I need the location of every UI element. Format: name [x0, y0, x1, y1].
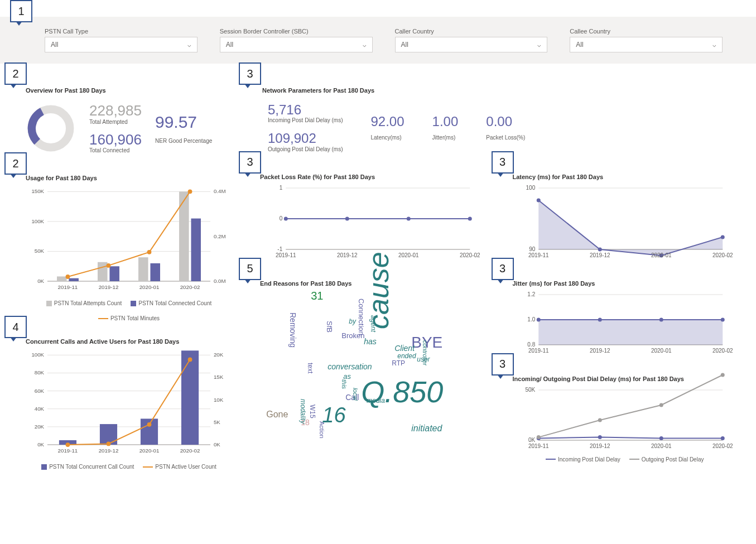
wordcloud-word: W15	[309, 405, 316, 418]
filter-select-sbc[interactable]: All ⌵	[220, 37, 373, 52]
svg-text:2019-12: 2019-12	[99, 284, 119, 290]
svg-text:150K: 150K	[31, 188, 44, 194]
latency-label: Latency(ms)	[371, 134, 405, 141]
filter-select-callee-country[interactable]: All ⌵	[570, 37, 723, 52]
svg-point-113	[536, 435, 540, 439]
filter-select-caller-country[interactable]: All ⌵	[395, 37, 548, 52]
wordcloud-word: media	[367, 397, 385, 404]
svg-text:2020-02: 2020-02	[180, 447, 200, 454]
pdd-chart-card: 3 Incoming/ Outgoing Post Dial Delay (ms…	[498, 369, 745, 467]
svg-point-112	[720, 436, 724, 440]
svg-point-58	[188, 358, 192, 362]
wordcloud-word: RTP	[392, 360, 405, 367]
svg-text:2019-12: 2019-12	[589, 443, 610, 449]
concurrent-legend: PSTN Total Concurrent Call Count PSTN Ac…	[26, 461, 232, 470]
svg-point-97	[598, 317, 601, 321]
wordcloud-word: Gone	[266, 410, 288, 419]
filter-value: All	[226, 41, 233, 49]
svg-text:20K: 20K	[35, 423, 45, 430]
svg-point-67	[345, 216, 349, 220]
svg-point-69	[468, 216, 472, 220]
total-attempted-label: Total Attempted	[89, 119, 142, 125]
svg-marker-95	[538, 320, 723, 345]
card-title: Network Parameters for Past 180 Days	[262, 87, 737, 94]
wordcloud-word: agent	[370, 315, 377, 332]
total-connected-label: Total Connected	[89, 147, 142, 153]
wordcloud-word: local	[352, 388, 358, 401]
svg-point-116	[720, 373, 724, 377]
latency-chart-card: 3 Latency (ms) for Past 180 Days 9010020…	[498, 167, 745, 268]
svg-rect-20	[150, 263, 160, 281]
wordcloud-word: text	[307, 363, 314, 373]
filter-select-pstn-call-type[interactable]: All ⌵	[45, 37, 198, 52]
filter-pstn-call-type: PSTN Call Type All ⌵	[45, 28, 198, 52]
card-title: Incoming/ Outgoing Post Dial Delay (ms) …	[513, 375, 738, 382]
svg-text:2020-02: 2020-02	[460, 252, 480, 258]
wordcloud-word: cause	[364, 252, 393, 329]
svg-text:10K: 10K	[214, 397, 224, 403]
jitter-label: Jitter(ms)	[432, 134, 459, 141]
wordcloud-word: this	[341, 379, 347, 389]
wordcloud-word: 16	[322, 405, 345, 426]
packet-chart: -1012019-112019-122020-012020-02	[260, 184, 485, 262]
svg-point-80	[536, 198, 540, 202]
svg-text:2020-01: 2020-01	[651, 348, 671, 354]
wordcloud-word: by	[349, 318, 356, 325]
svg-point-57	[147, 422, 152, 427]
packet-value: 0.00	[486, 114, 525, 129]
ner-label: NER Good Percentage	[155, 138, 212, 144]
svg-text:2019-12: 2019-12	[99, 447, 119, 454]
svg-text:2019-11: 2019-11	[528, 443, 548, 449]
card-title: Jitter (ms) for Past 180 Days	[513, 280, 738, 287]
jitter-chart: 0.81.01.22019-112019-122020-012020-02	[513, 290, 738, 357]
svg-text:2020-02: 2020-02	[712, 348, 733, 354]
wordcloud-word: SfB	[326, 321, 333, 333]
svg-point-28	[188, 190, 192, 194]
usage-chart: 0K50K100K150K0.0M0.2M0.4M2019-112019-122…	[26, 185, 232, 296]
svg-point-26	[107, 263, 111, 268]
svg-text:50K: 50K	[35, 248, 45, 254]
chevron-down-icon: ⌵	[363, 41, 367, 49]
callout-2a: 2	[4, 62, 27, 85]
svg-text:2020-01: 2020-01	[139, 284, 160, 290]
jitter-chart-card: 3 Jitter (ms) for Past 180 Days 0.81.01.…	[498, 273, 745, 363]
svg-point-99	[720, 317, 724, 321]
svg-text:0K: 0K	[214, 441, 220, 447]
svg-point-110	[598, 435, 601, 439]
wordcloud-word: ended	[397, 353, 416, 359]
callout-3b: 3	[239, 151, 261, 174]
usage-legend: PSTN Total Attempts Count PSTN Total Con…	[26, 298, 232, 321]
svg-text:2020-01: 2020-01	[139, 447, 160, 454]
filter-value: All	[401, 41, 408, 49]
svg-rect-49	[100, 424, 117, 445]
svg-text:2019-11: 2019-11	[528, 348, 548, 354]
wordcloud-word: Removing	[289, 312, 297, 348]
chevron-down-icon: ⌵	[712, 41, 716, 49]
concurrent-chart: 0K20K40K60K80K100K0K5K10K15K20K2019-1120…	[26, 348, 232, 460]
svg-point-81	[598, 247, 601, 251]
svg-point-83	[720, 235, 724, 239]
outgoing-pdd-value: 109,902	[268, 131, 343, 146]
latency-chart: 901002019-112019-122020-012020-02	[513, 184, 738, 262]
total-connected-value: 160,906	[89, 132, 142, 148]
callout-1: 1	[10, 0, 32, 22]
svg-point-55	[66, 442, 70, 447]
svg-rect-13	[57, 277, 67, 282]
usage-chart-card: 2 Usage for Past 180 Days 0K50K100K150K0…	[11, 168, 240, 326]
svg-text:0.0M: 0.0M	[214, 278, 226, 284]
wordcloud-word: initiated	[411, 424, 442, 433]
filter-caller-country: Caller Country All ⌵	[395, 28, 548, 52]
wordcloud-word: conversation	[328, 363, 372, 370]
ner-value: 99.57	[155, 113, 212, 131]
svg-text:1.0: 1.0	[527, 316, 535, 322]
overview-card: 2 Overview for Past 180 Days 228,985 Tot…	[11, 80, 240, 162]
latency-value: 92.00	[371, 114, 405, 129]
packet-label: Packet Loss(%)	[486, 134, 525, 141]
endreasons-card: 5 End Reasons for Past 180 Days Q.850cau…	[245, 273, 493, 473]
pdd-legend: Incoming Post Dial Delay Outgoing Post D…	[513, 454, 738, 463]
callout-4: 4	[4, 316, 27, 338]
svg-text:2020-01: 2020-01	[651, 443, 671, 449]
wordcloud-word: as	[343, 373, 351, 380]
svg-text:2020-02: 2020-02	[180, 284, 200, 290]
callout-3e: 3	[492, 353, 514, 375]
